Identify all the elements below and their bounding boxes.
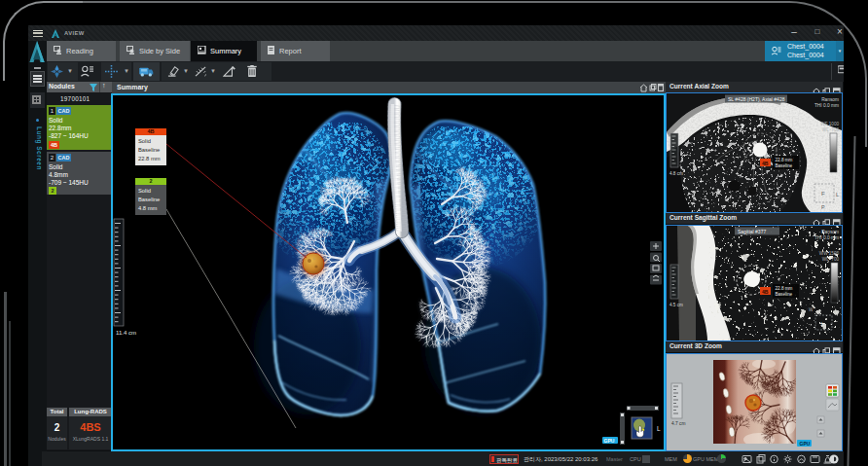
svg-text:4B: 4B: [762, 289, 769, 295]
svg-text:4.5 cm: 4.5 cm: [669, 303, 683, 307]
svg-text:SL #428 (H2T), Axial #428: SL #428 (H2T), Axial #428: [728, 96, 785, 102]
svg-text:L: L: [821, 321, 824, 327]
svg-text:4.7 cm: 4.7 cm: [671, 421, 685, 426]
svg-text:Baseline: Baseline: [776, 163, 793, 168]
svg-text:WL -700: WL -700: [822, 257, 840, 262]
svg-text:Ransom: Ransom: [821, 230, 839, 234]
svg-text:L: L: [657, 425, 661, 432]
svg-text:P: P: [821, 204, 825, 210]
svg-text:Baseline: Baseline: [776, 292, 793, 297]
svg-text:GPU: GPU: [604, 438, 615, 444]
svg-text:11.4 cm: 11.4 cm: [116, 330, 136, 336]
svg-text:L: L: [836, 192, 839, 197]
svg-text:THI 0.0 mm: THI 0.0 mm: [814, 235, 839, 240]
svg-text:WF 1000: WF 1000: [820, 122, 839, 126]
svg-text:WL -700: WL -700: [822, 127, 840, 132]
svg-text:4B: 4B: [762, 161, 769, 166]
svg-text:Ransom: Ransom: [821, 97, 839, 102]
svg-text:F: F: [821, 191, 825, 197]
svg-text:THI 0.0 mm: THI 0.0 mm: [814, 103, 839, 108]
svg-text:22.8 mm: 22.8 mm: [776, 158, 793, 162]
svg-text:22.8 mm: 22.8 mm: [776, 286, 793, 291]
svg-text:WW 1500: WW 1500: [819, 251, 840, 256]
svg-text:4.8 cm: 4.8 cm: [669, 171, 683, 176]
svg-text:Sagittal #377: Sagittal #377: [738, 229, 766, 234]
svg-text:GPU: GPU: [800, 441, 811, 447]
svg-text:W: W: [809, 307, 814, 312]
